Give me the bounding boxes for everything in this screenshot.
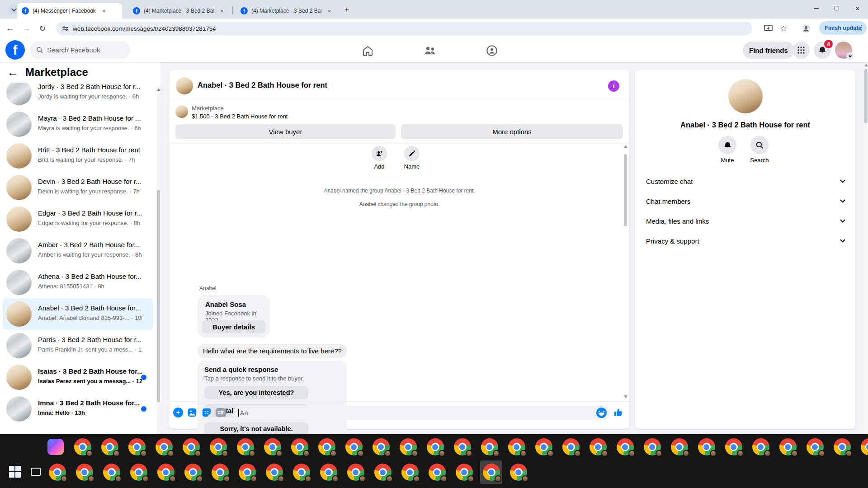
chrome-taskbar-icon[interactable]	[722, 435, 745, 459]
reload-button[interactable]: ↻	[36, 22, 49, 35]
minimize-button[interactable]	[806, 0, 826, 16]
chat-scrollbar[interactable]	[623, 145, 627, 398]
quick-response-yes-button[interactable]: Yes, are you interested?	[204, 386, 308, 399]
back-button[interactable]: ←	[4, 22, 16, 35]
chat-avatar[interactable]	[176, 77, 193, 94]
conversation-isaias[interactable]: Isaias · 3 Bed 2 Bath House for... Isaia…	[3, 361, 153, 393]
home-icon[interactable]	[361, 44, 374, 57]
chrome-taskbar-icon[interactable]	[641, 435, 663, 459]
chrome-taskbar-icon[interactable]	[207, 435, 229, 459]
chrome-taskbar-icon[interactable]	[587, 435, 609, 459]
conversation-britt[interactable]: Britt · 3 Bed 2 Bath House for rent Brit…	[3, 140, 153, 172]
chrome-taskbar-icon[interactable]	[453, 460, 475, 484]
maximize-button[interactable]	[826, 0, 847, 16]
task-view-button[interactable]	[27, 463, 44, 480]
tab-marketplace-2[interactable]: f (4) Marketplace - 3 Bed 2 Bath ×	[236, 3, 337, 19]
info-icon[interactable]: i	[608, 80, 619, 92]
message-input[interactable]: Aa	[233, 406, 610, 420]
chrome-taskbar-icon[interactable]	[290, 460, 312, 484]
photo-icon[interactable]	[187, 407, 198, 418]
profile-avatar[interactable]	[835, 42, 852, 59]
emoji-icon[interactable]	[596, 408, 607, 418]
add-member-button[interactable]	[372, 146, 387, 161]
chrome-taskbar-icon[interactable]	[507, 460, 529, 484]
chrome-taskbar-icon[interactable]	[343, 435, 365, 459]
chrome-taskbar-icon[interactable]	[182, 460, 204, 484]
section-privacy-support[interactable]: Privacy & support	[642, 231, 848, 251]
chrome-taskbar-icon[interactable]	[100, 460, 123, 484]
conversation-edgar[interactable]: Edgar · 3 Bed 2 Bath House for r... Edga…	[3, 203, 153, 235]
chrome-taskbar-icon[interactable]	[73, 460, 95, 484]
search-chat-button[interactable]	[750, 136, 769, 154]
mute-button[interactable]	[718, 136, 736, 154]
apps-menu-button[interactable]	[793, 42, 810, 59]
chrome-taskbar-icon[interactable]	[153, 435, 175, 459]
address-bar[interactable]: web.facebook.com/messages/t/240239889372…	[56, 22, 752, 35]
tab-messenger[interactable]: f (4) Messenger | Facebook ×	[17, 3, 122, 19]
thumbs-up-icon[interactable]	[613, 407, 624, 418]
chrome-taskbar-icon[interactable]	[424, 435, 446, 459]
close-tab-icon[interactable]: ×	[100, 7, 108, 14]
conversation-devin[interactable]: Devin · 3 Bed 2 Bath House for r... Devi…	[3, 172, 153, 203]
new-tab-button[interactable]: +	[341, 5, 352, 15]
close-window-button[interactable]: ×	[847, 0, 868, 16]
chrome-taskbar-icon[interactable]	[777, 435, 799, 459]
name-group-button[interactable]	[404, 146, 420, 161]
close-tab-icon[interactable]: ×	[326, 7, 333, 14]
chrome-taskbar-icon[interactable]	[236, 460, 258, 484]
browser-menu-icon[interactable]: ⋮	[858, 23, 865, 32]
chrome-taskbar-icon[interactable]	[127, 460, 150, 484]
facebook-logo[interactable]: f	[5, 40, 25, 60]
chrome-taskbar-icon[interactable]	[71, 435, 94, 459]
save-share-icon[interactable]	[762, 23, 774, 34]
chrome-taskbar-icon[interactable]	[209, 460, 231, 484]
chrome-taskbar-icon[interactable]	[560, 435, 582, 459]
chrome-taskbar-icon[interactable]	[668, 435, 690, 459]
chrome-taskbar-icon[interactable]	[533, 435, 555, 459]
bookmark-star-icon[interactable]: ☆	[778, 23, 789, 34]
chrome-taskbar-icon[interactable]	[126, 435, 148, 459]
section-chat-members[interactable]: Chat members	[642, 191, 848, 211]
chrome-taskbar-icon[interactable]	[505, 435, 528, 459]
find-friends-button[interactable]: Find friends	[743, 42, 794, 59]
chrome-taskbar-icon[interactable]	[804, 435, 826, 459]
chrome-taskbar-icon[interactable]	[480, 460, 502, 484]
conversation-anabel[interactable]: Anabel · 3 Bed 2 Bath House for... Anabe…	[3, 298, 153, 330]
chrome-taskbar-icon[interactable]	[234, 435, 256, 459]
friends-icon[interactable]	[423, 44, 437, 57]
chrome-taskbar-icon[interactable]	[370, 435, 392, 459]
tab-marketplace-1[interactable]: f (4) Marketplace - 3 Bed 2 Bath H ×	[128, 3, 230, 19]
close-tab-icon[interactable]: ×	[219, 7, 225, 14]
chrome-taskbar-icon[interactable]	[831, 435, 853, 459]
chrome-taskbar-icon[interactable]	[263, 460, 285, 484]
copilot-taskbar-icon[interactable]	[44, 435, 66, 459]
site-settings-icon[interactable]	[62, 27, 68, 30]
section-media-files-links[interactable]: Media, files and links	[642, 211, 848, 231]
chrome-taskbar-icon[interactable]	[426, 460, 448, 484]
more-options-button[interactable]: More options	[401, 124, 623, 139]
page-scrollbar[interactable]	[864, 62, 868, 434]
conversation-mayra[interactable]: Mayra · 3 Bed 2 Bath House for ... Mayra…	[3, 108, 153, 140]
chrome-taskbar-icon[interactable]	[317, 460, 340, 484]
view-buyer-button[interactable]: View buyer	[175, 124, 396, 139]
start-button[interactable]	[5, 461, 25, 482]
conversation-athena[interactable]: Athena · 3 Bed 2 Bath House for... Athen…	[3, 267, 153, 298]
chrome-taskbar-icon[interactable]	[397, 435, 419, 459]
chrome-taskbar-icon[interactable]	[180, 435, 202, 459]
gif-icon[interactable]: GIF	[216, 407, 226, 418]
chrome-taskbar-icon[interactable]	[261, 435, 283, 459]
conversation-imna[interactable]: Imna · 3 Bed 2 Bath House for... Imna: H…	[3, 393, 153, 425]
attach-plus-icon[interactable]: +	[173, 407, 184, 418]
chrome-taskbar-icon[interactable]	[451, 435, 473, 459]
groups-icon[interactable]	[485, 44, 499, 57]
back-arrow-icon[interactable]: ←	[7, 66, 18, 79]
notifications-button[interactable]: 4	[814, 42, 831, 59]
chrome-taskbar-icon[interactable]	[695, 435, 717, 459]
facebook-search-input[interactable]: Search Facebook	[30, 41, 130, 59]
section-customize-chat[interactable]: Customize chat	[642, 171, 848, 191]
sticker-icon[interactable]	[201, 407, 212, 418]
forward-button[interactable]: →	[20, 22, 33, 35]
conversation-amber[interactable]: Amber · 3 Bed 2 Bath House for... Amber …	[3, 235, 153, 267]
sidebar-scrollbar[interactable]	[156, 87, 160, 434]
profile-icon[interactable]	[800, 23, 812, 34]
